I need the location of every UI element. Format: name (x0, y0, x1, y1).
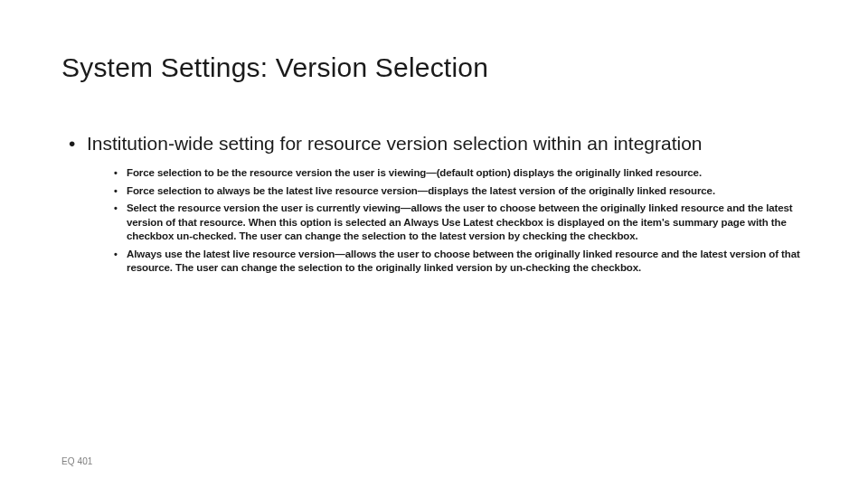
slide-footer: EQ 401 (61, 456, 93, 466)
slide-title: System Settings: Version Selection (61, 52, 807, 83)
bullet-list-level1: Institution-wide setting for resource ve… (69, 132, 807, 276)
sub-bullet-item: Force selection to be the resource versi… (114, 166, 807, 181)
bullet-list-level2: Force selection to be the resource versi… (114, 166, 807, 276)
sub-bullet-item: Select the resource version the user is … (114, 202, 807, 244)
sub-bullet-item: Always use the latest live resource vers… (114, 248, 807, 276)
main-bullet-item: Institution-wide setting for resource ve… (69, 132, 807, 276)
main-bullet-text: Institution-wide setting for resource ve… (87, 133, 703, 154)
sub-bullet-item: Force selection to always be the latest … (114, 184, 807, 199)
slide-content: System Settings: Version Selection Insti… (0, 0, 868, 276)
